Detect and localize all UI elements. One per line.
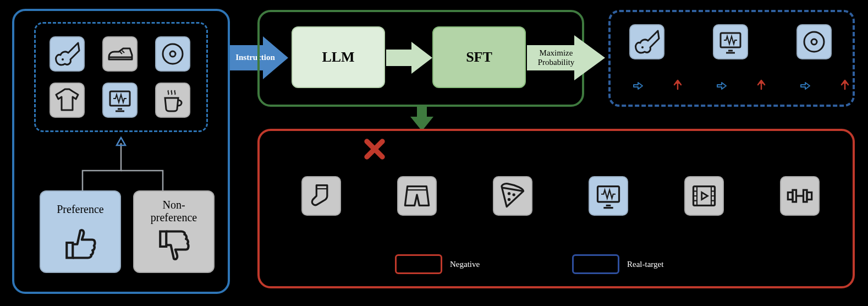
legend-positive-swatch xyxy=(572,254,619,274)
up-arrow-icon xyxy=(838,78,851,91)
disc-icon xyxy=(796,24,832,59)
seq-arrow-icon xyxy=(631,79,645,92)
maxprob-text: MaximizeProbability xyxy=(531,48,581,67)
legend-positive-label: Real-target xyxy=(627,260,663,269)
shorts-icon xyxy=(397,176,437,216)
bottom-panel xyxy=(257,129,855,288)
movie-icon xyxy=(684,176,724,216)
tv-audio-icon xyxy=(713,24,748,59)
llm-box: LLM xyxy=(292,26,385,88)
llm-sft-arrow xyxy=(386,41,433,75)
tv-audio-icon xyxy=(589,176,628,216)
seq-arrow-icon xyxy=(799,79,812,92)
guitar-icon xyxy=(50,36,85,72)
sft-label: SFT xyxy=(466,49,492,65)
dumbbell-icon xyxy=(780,176,820,216)
nonpref-label-1: Non- xyxy=(162,199,185,211)
pizza-icon xyxy=(493,176,532,216)
seq-arrow-icon xyxy=(715,79,728,92)
tv-audio-icon xyxy=(102,83,138,118)
legend-negative-swatch xyxy=(395,254,442,274)
down-arrow xyxy=(408,106,436,132)
pref-label: Preference xyxy=(57,203,104,216)
sneaker-icon xyxy=(102,36,138,72)
llm-label: LLM xyxy=(322,49,354,65)
x-mark-icon xyxy=(363,138,386,161)
pref-connector xyxy=(33,132,209,198)
legend-negative-label: Negative xyxy=(450,260,480,269)
sft-box: SFT xyxy=(432,26,526,88)
sock-icon xyxy=(301,176,341,216)
guitar-icon xyxy=(629,24,664,59)
nonpref-card: Non- preference xyxy=(133,190,215,273)
coffee-icon xyxy=(155,83,190,118)
nonpref-label-2: preference xyxy=(151,211,197,223)
up-arrow-icon xyxy=(671,78,684,91)
tshirt-icon xyxy=(50,83,85,118)
disc-icon xyxy=(155,36,190,72)
up-arrow-icon xyxy=(755,78,768,91)
pref-card: Preference xyxy=(40,190,121,273)
